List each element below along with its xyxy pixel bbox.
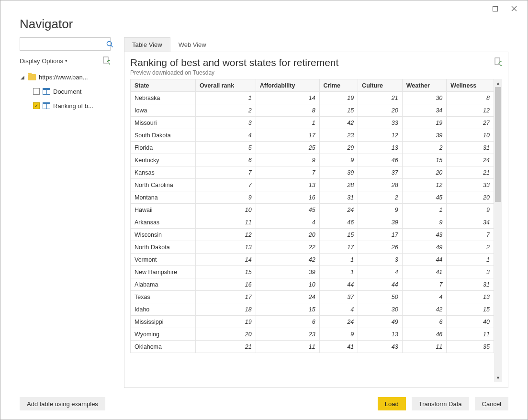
table-icon	[43, 88, 50, 95]
titlebar	[0, 0, 528, 17]
table-cell: 2	[358, 191, 403, 204]
table-cell: 13	[358, 142, 403, 154]
table-cell: 22	[256, 241, 319, 254]
table-row[interactable]: Alabama16104444731	[131, 278, 494, 291]
table-cell: 11	[195, 216, 256, 229]
table-cell: 37	[358, 166, 403, 179]
col-header[interactable]: Overall rank	[195, 79, 256, 92]
tab-web-view[interactable]: Web View	[170, 37, 214, 52]
refresh-tree-icon[interactable]	[102, 55, 111, 66]
table-row[interactable]: Kansas7739372021	[131, 166, 494, 179]
table-cell: 11	[447, 328, 494, 341]
table-row[interactable]: Missouri3142331927	[131, 117, 494, 129]
table-cell: 4	[256, 216, 319, 229]
table-row[interactable]: Vermont144213441	[131, 254, 494, 266]
search-input[interactable]	[20, 41, 106, 48]
table-cell: Idaho	[131, 303, 196, 316]
checkbox-unchecked[interactable]	[33, 88, 40, 95]
table-row[interactable]: Montana9163124520	[131, 191, 494, 204]
table-cell: 1	[447, 254, 494, 266]
scroll-down-icon[interactable]: ▼	[494, 374, 502, 382]
table-row[interactable]: Arkansas1144639934	[131, 216, 494, 229]
table-cell: 42	[319, 117, 358, 129]
checkbox-checked[interactable]: ✓	[33, 102, 40, 109]
table-row[interactable]: New Hampshire153914413	[131, 266, 494, 278]
refresh-preview-icon[interactable]	[494, 57, 502, 67]
table-cell: 4	[358, 266, 403, 278]
table-cell: 19	[319, 92, 358, 104]
table-cell: 43	[402, 229, 447, 241]
table-cell: 31	[447, 278, 494, 291]
tab-table-view[interactable]: Table View	[124, 37, 170, 52]
table-cell: 1	[402, 204, 447, 216]
table-cell: 49	[402, 241, 447, 254]
table-cell: Florida	[131, 142, 196, 154]
table-cell: Vermont	[131, 254, 196, 266]
table-row[interactable]: Iowa2815203412	[131, 104, 494, 117]
table-row[interactable]: Florida5252913231	[131, 142, 494, 154]
cancel-button[interactable]: Cancel	[475, 397, 508, 410]
scrollbar-thumb[interactable]	[495, 87, 501, 202]
table-cell: 30	[358, 303, 403, 316]
table-cell: Mississippi	[131, 316, 196, 328]
close-button[interactable]	[505, 2, 524, 15]
table-row[interactable]: Idaho18154304215	[131, 303, 494, 316]
table-cell: 4	[402, 291, 447, 303]
col-header[interactable]: Culture	[358, 79, 403, 92]
table-row[interactable]: South Dakota41723123910	[131, 129, 494, 142]
table-cell: 44	[358, 278, 403, 291]
table-row[interactable]: Oklahoma211141431135	[131, 341, 494, 353]
vertical-scrollbar[interactable]: ▲ ▼	[494, 79, 502, 382]
svg-rect-5	[103, 57, 108, 63]
table-cell: New Hampshire	[131, 266, 196, 278]
table-cell: 9	[319, 154, 358, 166]
tree-root-node[interactable]: ◢ https://www.ban...	[20, 70, 111, 84]
table-cell: 14	[195, 254, 256, 266]
table-cell: 34	[447, 216, 494, 229]
table-row[interactable]: North Dakota13221726492	[131, 241, 494, 254]
display-options-dropdown[interactable]: Display Options ▾	[20, 57, 67, 65]
svg-marker-8	[500, 65, 502, 66]
table-cell: 2	[195, 104, 256, 117]
col-header[interactable]: Crime	[319, 79, 358, 92]
table-row[interactable]: Wyoming20239134611	[131, 328, 494, 341]
scroll-up-icon[interactable]: ▲	[494, 79, 502, 87]
maximize-button[interactable]	[485, 2, 505, 15]
search-box[interactable]	[20, 37, 111, 51]
table-cell: 15	[195, 266, 256, 278]
display-options-label: Display Options	[20, 57, 63, 65]
table-cell: 13	[358, 328, 403, 341]
table-cell: 24	[319, 316, 358, 328]
table-cell: 3	[195, 117, 256, 129]
table-row[interactable]: Kentucky699461524	[131, 154, 494, 166]
scrollbar-track[interactable]	[494, 87, 502, 374]
table-cell: 31	[447, 142, 494, 154]
table-cell: 15	[256, 303, 319, 316]
table-row[interactable]: North Carolina71328281233	[131, 179, 494, 191]
dialog-title: Navigator	[20, 17, 508, 32]
table-cell: 41	[402, 266, 447, 278]
table-row[interactable]: Mississippi1962449640	[131, 316, 494, 328]
svg-line-4	[111, 45, 113, 47]
table-cell: 10	[195, 204, 256, 216]
table-cell: 13	[256, 179, 319, 191]
table-cell: 44	[402, 254, 447, 266]
tree-item-ranking[interactable]: ✓ Ranking of b...	[20, 99, 111, 113]
col-header[interactable]: Wellness	[447, 79, 494, 92]
table-cell: 7	[195, 166, 256, 179]
col-header[interactable]: Weather	[402, 79, 447, 92]
table-cell: 13	[195, 241, 256, 254]
table-row[interactable]: Texas17243750413	[131, 291, 494, 303]
table-cell: North Carolina	[131, 179, 196, 191]
table-row[interactable]: Hawaii104524919	[131, 204, 494, 216]
table-cell: 2	[447, 241, 494, 254]
table-row[interactable]: Nebraska1141921308	[131, 92, 494, 104]
table-cell: 9	[447, 204, 494, 216]
load-button[interactable]: Load	[378, 397, 406, 410]
tree-item-document[interactable]: Document	[20, 84, 111, 99]
col-header[interactable]: State	[131, 79, 196, 92]
table-row[interactable]: Wisconsin12201517437	[131, 229, 494, 241]
transform-data-button[interactable]: Transform Data	[412, 397, 469, 410]
col-header[interactable]: Affordability	[256, 79, 319, 92]
add-table-examples-button[interactable]: Add table using examples	[20, 397, 105, 410]
